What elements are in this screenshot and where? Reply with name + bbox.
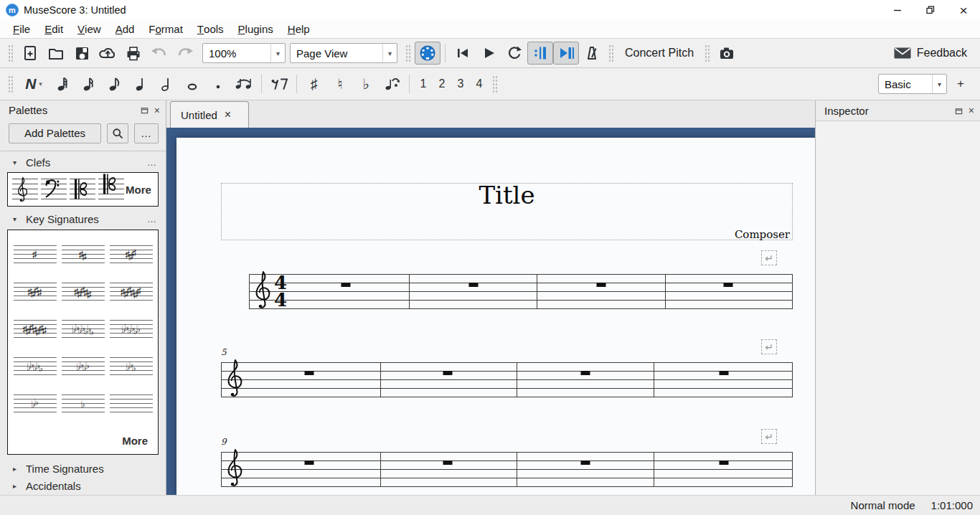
keysig-item[interactable]: ♭♭ (12, 389, 58, 418)
voice-1-button[interactable]: 1 (414, 72, 433, 95)
keysig-item[interactable]: ♯♯♯ (108, 240, 154, 269)
float-panel-icon[interactable] (141, 106, 149, 114)
view-mode-select[interactable]: Page View ▾ (290, 43, 397, 63)
system-break-marker[interactable]: ↵ (761, 250, 777, 265)
add-workspace-button[interactable]: + (953, 75, 969, 93)
concert-pitch-toggle[interactable]: Concert Pitch (618, 42, 701, 65)
keysig-item[interactable]: ♭♭♭ (108, 352, 154, 381)
staff-system-3[interactable] (221, 442, 793, 495)
keysig-item[interactable]: ♭♭♭♭♭ (12, 352, 58, 381)
rewind-button[interactable] (450, 42, 476, 65)
keysig-item[interactable]: ♭♭♭♭ (60, 352, 106, 381)
menu-item-format[interactable]: Format (141, 20, 190, 38)
toolbar-grip[interactable] (8, 75, 14, 93)
open-file-button[interactable] (43, 42, 69, 65)
section-menu-icon[interactable]: … (147, 157, 157, 168)
redo-button[interactable] (172, 42, 198, 65)
flat-button[interactable]: ♭ (353, 72, 379, 95)
play-button[interactable] (476, 42, 501, 65)
toolbar-grip[interactable] (8, 44, 14, 62)
minimize-button[interactable] (881, 0, 914, 20)
score-title[interactable]: Title (222, 181, 792, 209)
midi-input-toggle[interactable] (415, 42, 440, 65)
sharp-button[interactable]: ♯ (301, 72, 327, 95)
flip-direction-button[interactable] (379, 72, 405, 95)
clef-treble-item[interactable] (11, 173, 39, 206)
toolbar-grip[interactable] (405, 44, 411, 62)
score-page[interactable]: Title Composer ↵ ↵ ↵ 4 4 (176, 138, 815, 495)
menu-item-help[interactable]: Help (281, 20, 317, 38)
clef-alto-item[interactable] (68, 173, 97, 206)
note-32nd-button[interactable] (50, 72, 76, 95)
metronome-toggle[interactable] (579, 42, 605, 65)
note-16th-button[interactable] (76, 72, 102, 95)
pan-score-toggle[interactable] (553, 42, 579, 65)
tab-untitled[interactable]: Untitled × (170, 101, 249, 128)
note-eighth-button[interactable] (102, 72, 128, 95)
clefs-more-button[interactable]: More (126, 184, 151, 196)
toolbar-grip[interactable] (705, 44, 710, 62)
clef-bass-item[interactable] (39, 173, 68, 206)
menu-item-file[interactable]: File (6, 20, 37, 38)
close-button[interactable]: × (947, 0, 980, 20)
score-canvas[interactable]: Title Composer ↵ ↵ ↵ 4 4 (166, 128, 815, 495)
voice-3-button[interactable]: 3 (451, 72, 470, 95)
tie-button[interactable] (231, 72, 257, 95)
palette-section-clefs[interactable]: ▾ Clefs … (0, 154, 166, 171)
natural-button[interactable]: ♮ (327, 72, 353, 95)
keysig-item[interactable]: ♯♯ (60, 240, 106, 269)
close-panel-icon[interactable]: × (154, 105, 160, 115)
palette-options-button[interactable]: … (134, 123, 159, 143)
image-capture-toggle[interactable] (714, 42, 740, 65)
keysig-item[interactable]: ♯♯♯♯♯ (60, 278, 106, 306)
keysig-more-button[interactable]: More (122, 435, 148, 447)
restore-button[interactable] (914, 0, 947, 20)
keysig-item[interactable]: ♭♭♭♭♭♭ (108, 315, 154, 344)
rest-button[interactable] (266, 72, 292, 95)
float-panel-icon[interactable] (955, 107, 963, 115)
title-frame[interactable]: Title Composer (221, 183, 793, 240)
staff-system-2[interactable] (221, 352, 793, 408)
menu-item-add[interactable]: Add (108, 20, 142, 38)
voice-2-button[interactable]: 2 (433, 72, 451, 95)
keysig-item[interactable]: ♯♯♯♯♯♯ (108, 278, 154, 306)
toolbar-grip[interactable] (492, 75, 498, 93)
undo-button[interactable] (146, 42, 172, 65)
menu-item-plugins[interactable]: Plugins (231, 20, 281, 38)
keysig-item[interactable]: ♯ (12, 240, 58, 269)
menu-item-view[interactable]: View (70, 20, 108, 38)
palette-section-key-signatures[interactable]: ▾ Key Signatures … (0, 211, 166, 228)
note-half-button[interactable] (154, 72, 179, 95)
voice-4-button[interactable]: 4 (470, 72, 489, 95)
clef-tenor-item[interactable] (97, 173, 126, 206)
new-score-button[interactable] (17, 42, 43, 65)
feedback-button[interactable]: Feedback (894, 47, 976, 60)
augmentation-dot-button[interactable] (205, 72, 231, 95)
note-whole-button[interactable] (179, 72, 205, 95)
keysig-item[interactable] (108, 389, 154, 418)
toolbar-grip[interactable] (608, 44, 614, 62)
keysig-item[interactable]: ♯♯♯♯♯♯♯ (12, 315, 58, 344)
menu-item-tools[interactable]: Tools (190, 20, 231, 38)
keysig-item[interactable]: ♭♭♭♭♭♭♭ (60, 315, 106, 344)
menu-item-edit[interactable]: Edit (37, 20, 70, 38)
score-composer[interactable]: Composer (735, 228, 790, 241)
zoom-select[interactable]: 100% ▾ (202, 43, 286, 63)
add-palettes-button[interactable]: Add Palettes (9, 123, 101, 143)
section-menu-icon[interactable]: … (147, 214, 157, 225)
workspace-select[interactable]: Basic ▾ (878, 74, 947, 94)
tab-close-icon[interactable]: × (225, 108, 231, 121)
palette-section-time-signatures[interactable]: ▸ Time Signatures (0, 460, 166, 478)
palette-section-accidentals[interactable]: ▸ Accidentals (0, 478, 166, 495)
close-panel-icon[interactable]: × (969, 105, 974, 115)
palette-search-button[interactable] (107, 123, 128, 143)
staff-system-1[interactable]: 4 4 (249, 264, 793, 320)
keysig-item[interactable]: ♭ (60, 389, 106, 418)
note-input-mode-button[interactable]: N ▾ (17, 72, 50, 95)
print-button[interactable] (121, 42, 146, 65)
loop-playback-button[interactable] (501, 42, 527, 65)
keysig-item[interactable]: ♯♯♯♯ (12, 278, 58, 306)
save-online-button[interactable] (95, 42, 121, 65)
note-quarter-button[interactable] (128, 72, 154, 95)
play-repeats-toggle[interactable] (527, 42, 553, 65)
